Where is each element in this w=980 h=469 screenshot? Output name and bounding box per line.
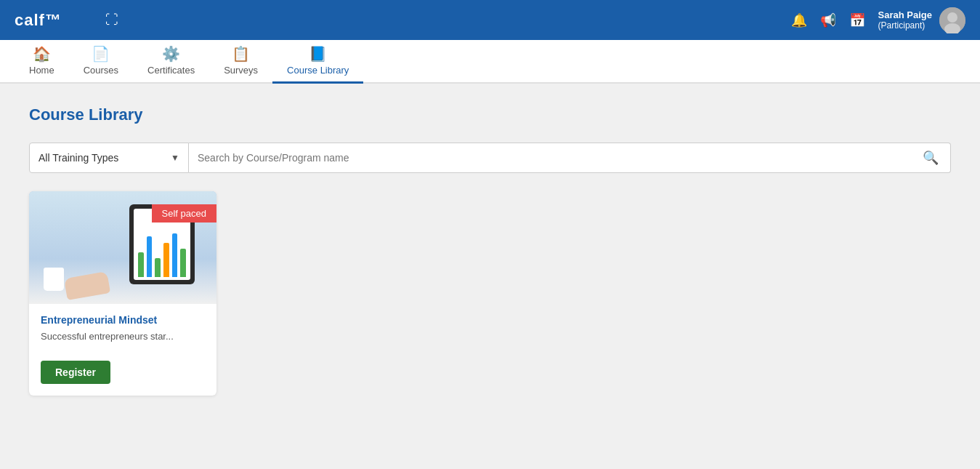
nav-item-certificates[interactable]: ⚙️ Certificates: [133, 39, 209, 84]
nav: 🏠 Home 📄 Courses ⚙️ Certificates 📋 Surve…: [0, 40, 980, 84]
nav-label-surveys: Surveys: [224, 65, 258, 76]
home-icon: 🏠: [33, 45, 51, 63]
card-title[interactable]: Entrepreneurial Mindset: [41, 314, 205, 326]
card-body: Entrepreneurial Mindset Successful entre…: [29, 304, 216, 353]
nav-item-surveys[interactable]: 📋 Surveys: [209, 39, 272, 84]
expand-icon[interactable]: ⛶: [105, 12, 118, 28]
courses-icon: 📄: [92, 45, 110, 63]
avatar[interactable]: [939, 7, 965, 33]
hand-shape: [64, 271, 110, 300]
header: calf™ ⛶ 🔔 📢 📅 Sarah Paige (Participant): [0, 0, 980, 40]
training-type-filter[interactable]: All Training Types Self Paced Instructor…: [29, 143, 189, 173]
cup-shape: [44, 268, 64, 291]
filter-bar: All Training Types Self Paced Instructor…: [29, 143, 951, 173]
nav-item-course-library[interactable]: 📘 Course Library: [272, 39, 363, 84]
announcement-icon[interactable]: 📢: [820, 12, 836, 28]
header-right: 🔔 📢 📅 Sarah Paige (Participant): [791, 7, 965, 33]
card-description: Successful entrepreneurs star...: [41, 330, 205, 343]
search-input[interactable]: [198, 152, 920, 164]
search-bar: 🔍: [189, 143, 951, 173]
nav-item-home[interactable]: 🏠 Home: [15, 39, 69, 84]
user-role: (Participant): [878, 20, 932, 31]
chevron-down-icon: ▼: [171, 153, 179, 163]
surveys-icon: 📋: [232, 45, 250, 63]
course-library-icon: 📘: [309, 45, 327, 63]
calendar-icon[interactable]: 📅: [849, 12, 865, 28]
page-title: Course Library: [29, 105, 951, 124]
main-content: Course Library All Training Types Self P…: [0, 84, 980, 469]
card-badge: Self paced: [152, 204, 216, 223]
search-button[interactable]: 🔍: [920, 150, 941, 166]
card-image: Self paced: [29, 191, 216, 304]
user-info: Sarah Paige (Participant): [878, 7, 965, 33]
notification-icon[interactable]: 🔔: [791, 12, 807, 28]
nav-item-courses[interactable]: 📄 Courses: [69, 39, 133, 84]
training-type-select[interactable]: All Training Types Self Paced Instructor…: [39, 152, 165, 164]
user-name: Sarah Paige: [878, 9, 932, 20]
nav-label-courses: Courses: [84, 65, 118, 76]
nav-label-certificates: Certificates: [147, 65, 195, 76]
nav-label-home: Home: [29, 65, 54, 76]
svg-point-1: [947, 12, 957, 23]
nav-label-course-library: Course Library: [287, 65, 349, 76]
course-card: Self paced Entrepreneurial Mindset Succe…: [29, 191, 216, 396]
logo: calf™: [15, 11, 62, 30]
register-button[interactable]: Register: [41, 361, 110, 384]
card-grid: Self paced Entrepreneurial Mindset Succe…: [29, 191, 951, 396]
certificates-icon: ⚙️: [162, 45, 180, 63]
